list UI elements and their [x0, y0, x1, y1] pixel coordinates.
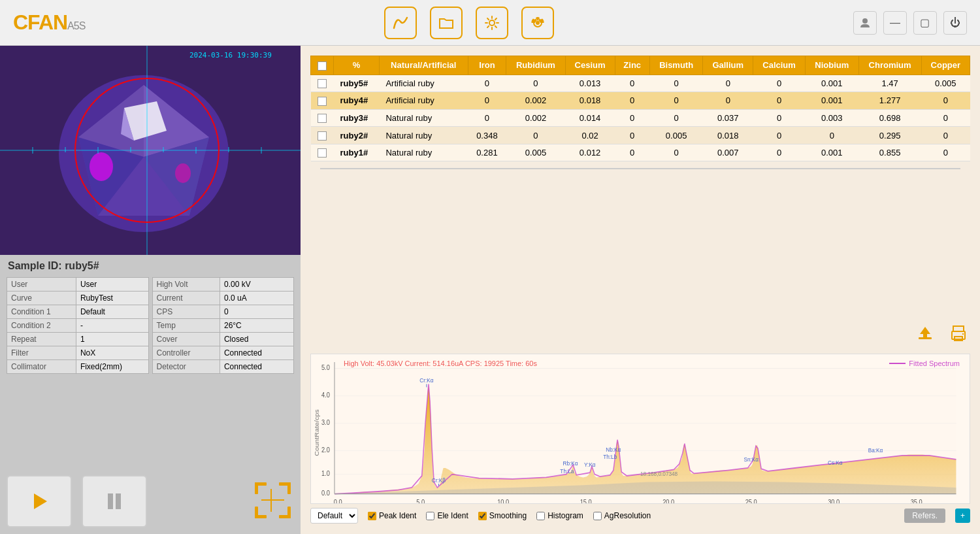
- histogram-checkbox[interactable]: [536, 512, 545, 520]
- row-cesium: 0.02: [565, 127, 615, 144]
- svg-text:15.0: 15.0: [580, 499, 592, 503]
- user-button[interactable]: [853, 11, 877, 35]
- svg-rect-33: [287, 482, 291, 494]
- svg-text:Th:Lb: Th:Lb: [603, 453, 617, 460]
- col-calcium: Calcium: [753, 56, 806, 75]
- info-value: Default: [76, 305, 148, 319]
- folder-tool-button[interactable]: [430, 7, 463, 39]
- peak-ident-checkbox[interactable]: [368, 512, 376, 520]
- row-niobium: 0.003: [806, 109, 859, 127]
- svg-text:20.0: 20.0: [662, 499, 674, 503]
- row-rubidium: 0.002: [506, 92, 565, 110]
- row-zinc: 0: [615, 127, 649, 144]
- svg-text:35.0: 35.0: [911, 499, 923, 503]
- smoothing-checkbox[interactable]: [478, 512, 487, 520]
- info-value: Closed: [220, 333, 293, 346]
- table-divider: [320, 168, 960, 169]
- info-value: Connected: [220, 346, 293, 360]
- svg-text:2024-03-16 19:30:39: 2024-03-16 19:30:39: [189, 51, 272, 59]
- ele-ident-group[interactable]: Ele Ident: [426, 511, 468, 520]
- maximize-button[interactable]: ▢: [913, 11, 937, 35]
- smoothing-label: Smoothing: [489, 511, 527, 520]
- upload-button[interactable]: [913, 324, 937, 347]
- svg-text:5.0: 5.0: [416, 499, 425, 503]
- row-checkbox-cell[interactable]: [311, 75, 334, 92]
- table-row: ruby5# Artificial ruby 0 0 0.013 0 0 0 0…: [311, 75, 970, 92]
- row-bismuth: 0.005: [649, 127, 703, 144]
- info-label: Current: [152, 292, 220, 305]
- svg-text:3.0: 3.0: [321, 418, 330, 426]
- curve-tool-button[interactable]: [384, 7, 417, 39]
- profile-select[interactable]: Default: [310, 508, 358, 524]
- row-niobium: 0.001: [806, 92, 859, 110]
- row-checkbox-cell[interactable]: [311, 109, 334, 127]
- close-button[interactable]: ⏻: [943, 11, 967, 35]
- svg-point-3: [862, 18, 868, 24]
- play-button[interactable]: [7, 475, 72, 527]
- settings-tool-button[interactable]: [476, 7, 508, 39]
- row-iron: 0: [468, 92, 506, 110]
- ele-ident-checkbox[interactable]: [426, 512, 434, 520]
- app-name: CFAN: [13, 10, 67, 34]
- col-check[interactable]: [311, 56, 334, 75]
- pause-button[interactable]: [82, 475, 147, 527]
- row-checkbox-cell[interactable]: [311, 92, 334, 110]
- svg-rect-35: [255, 507, 258, 518]
- svg-text:Cs:Kα: Cs:Kα: [828, 459, 843, 467]
- app-version: A5S: [67, 20, 85, 31]
- action-buttons: [301, 320, 980, 350]
- print-button[interactable]: [947, 324, 970, 347]
- chart-container: High Volt: 45.03kV Current: 514.16uA CPS…: [310, 354, 970, 504]
- info-left-row: UserUser: [7, 278, 149, 292]
- chart-svg: 5.0 4.0 3.0 2.0 1.0 0.0 CountRate/cps 0.…: [311, 354, 970, 503]
- info-label: Controller: [152, 346, 220, 360]
- smoothing-group[interactable]: Smoothing: [478, 511, 527, 520]
- bottom-controls: [0, 469, 301, 534]
- info-left-row: FilterNoX: [7, 346, 149, 360]
- row-type: Artificial ruby: [379, 92, 468, 110]
- info-value: RubyTest: [76, 292, 148, 305]
- row-bismuth: 0: [649, 75, 703, 92]
- row-niobium: 0: [806, 127, 859, 144]
- histogram-group[interactable]: Histogram: [536, 511, 583, 520]
- ele-ident-label: Ele Ident: [437, 511, 468, 520]
- ag-resolution-group[interactable]: AgResolution: [593, 511, 651, 520]
- svg-text:10.0: 10.0: [497, 499, 509, 503]
- expand-button[interactable]: +: [955, 509, 970, 523]
- refers-button[interactable]: Refers.: [904, 509, 945, 523]
- app-logo: CFANA5S: [13, 10, 85, 35]
- row-cesium: 0.013: [565, 75, 615, 92]
- row-id: ruby4#: [334, 92, 380, 110]
- row-gallium: 0: [703, 92, 753, 110]
- info-tables: UserUserCurveRubyTestCondition 1DefaultC…: [0, 277, 301, 374]
- ag-resolution-checkbox[interactable]: [593, 512, 602, 520]
- histogram-label: Histogram: [547, 511, 583, 520]
- info-label: Condition 2: [7, 319, 76, 333]
- row-chromium: 0.855: [858, 144, 921, 161]
- svg-point-13: [90, 152, 113, 181]
- info-right-row: CoverClosed: [152, 333, 294, 346]
- minimize-button[interactable]: —: [883, 11, 907, 35]
- info-value: Fixed(2mm): [76, 360, 148, 374]
- left-panel: 2024-03-16 19:30:39 Sample ID: ruby5# Us…: [0, 46, 301, 534]
- info-label: CPS: [152, 305, 220, 319]
- header-right: — ▢ ⏻: [853, 11, 967, 35]
- table-row: ruby4# Artificial ruby 0 0.002 0.018 0 0…: [311, 92, 970, 110]
- svg-text:25.0: 25.0: [745, 499, 757, 503]
- info-value: 0.0 uA: [220, 292, 293, 305]
- row-checkbox-cell[interactable]: [311, 127, 334, 144]
- row-rubidium: 0: [506, 75, 565, 92]
- peak-ident-group[interactable]: Peak Ident: [368, 511, 416, 520]
- row-calcium: 0: [753, 92, 806, 110]
- table-row: ruby3# Natural ruby 0 0.002 0.014 0 0 0.…: [311, 109, 970, 127]
- chart-info: High Volt: 45.03kV Current: 514.16uA CPS…: [344, 359, 537, 367]
- info-label: Repeat: [7, 333, 76, 346]
- radiation-tool-button[interactable]: [521, 7, 554, 39]
- sample-id-display: Sample ID: ruby5#: [0, 255, 301, 277]
- info-left-row: CurveRubyTest: [7, 292, 149, 305]
- row-checkbox-cell[interactable]: [311, 144, 334, 161]
- info-label: Filter: [7, 346, 76, 360]
- row-iron: 0: [468, 75, 506, 92]
- scan-icon[interactable]: [252, 479, 294, 524]
- svg-text:0.0: 0.0: [334, 499, 342, 503]
